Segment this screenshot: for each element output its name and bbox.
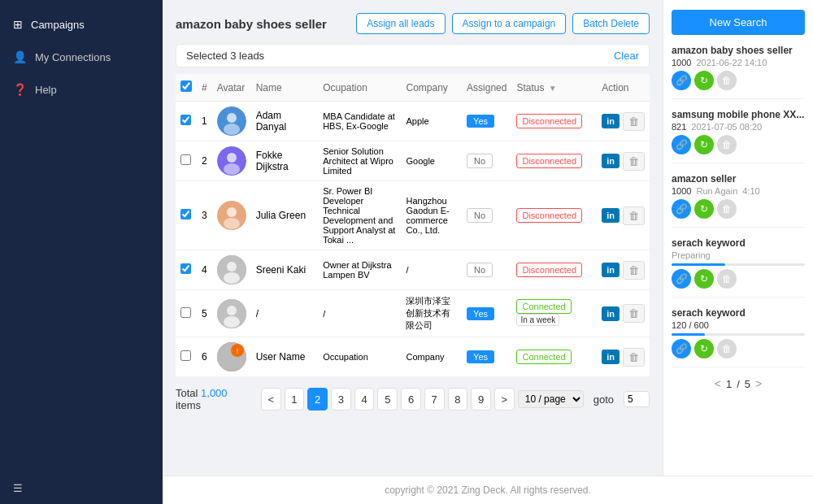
search-card-1-delete-btn[interactable]: 🗑	[717, 71, 737, 90]
batch-delete-button[interactable]: Batch Delete	[572, 13, 650, 34]
panel-next-btn[interactable]: >	[755, 377, 762, 390]
page-next-button[interactable]: >	[494, 388, 515, 411]
row-4-number: 4	[197, 250, 212, 290]
svg-point-8	[224, 218, 240, 229]
table-header: amazon baby shoes seller Assign all lead…	[176, 13, 650, 34]
sidebar-menu-toggle[interactable]: ☰	[0, 472, 163, 504]
search-card-3-delete-btn[interactable]: 🗑	[717, 199, 737, 219]
search-card-1-refresh-btn[interactable]: ↻	[694, 71, 714, 90]
row-3-checkbox[interactable]	[180, 209, 191, 219]
sidebar-item-campaigns[interactable]: ⊞ Campaigns	[0, 8, 163, 41]
search-card-5: serach keyword 120 / 600 🔗 ↻ 🗑	[672, 307, 805, 367]
row-6-linkedin-btn[interactable]: in	[602, 350, 620, 364]
page-3-button[interactable]: 3	[331, 388, 351, 411]
search-card-2-link-btn[interactable]: 🔗	[672, 135, 691, 154]
search-card-5-delete-btn[interactable]: 🗑	[717, 339, 737, 358]
table-row: 3 Julia GreenSr. Power BI Developer Tech…	[176, 181, 650, 250]
per-page-select[interactable]: 10 / page 20 / page 50 / page	[518, 390, 584, 408]
search-card-2: samsung mobile phone XX... 821 2021-07-0…	[672, 109, 805, 163]
svg-point-13	[227, 306, 237, 315]
row-4-company: /	[401, 250, 462, 290]
new-search-button[interactable]: New Search	[672, 10, 805, 35]
row-2-linkedin-btn[interactable]: in	[602, 154, 620, 168]
search-card-2-actions: 🔗 ↻ 🗑	[672, 135, 805, 154]
svg-point-10	[227, 262, 237, 272]
page-1-button[interactable]: 1	[285, 388, 305, 411]
connections-icon: 👤	[13, 50, 27, 63]
row-5-linkedin-btn[interactable]: in	[602, 306, 620, 321]
row-1-delete-btn[interactable]: 🗑	[623, 112, 645, 131]
search-card-2-refresh-btn[interactable]: ↻	[694, 135, 714, 154]
page-prev-button[interactable]: <	[261, 388, 281, 411]
search-card-2-title: samsung mobile phone XX...	[672, 109, 805, 120]
row-3-name: Julia Green	[251, 181, 318, 250]
page-8-button[interactable]: 8	[448, 388, 468, 411]
search-card-4-refresh-btn[interactable]: ↻	[694, 269, 714, 289]
row-3-delete-btn[interactable]: 🗑	[623, 206, 645, 225]
page-6-button[interactable]: 6	[401, 388, 421, 411]
select-all-checkbox[interactable]	[180, 80, 192, 92]
col-company: Company	[401, 74, 462, 102]
page-7-button[interactable]: 7	[424, 388, 445, 411]
row-3-status: Disconnected	[511, 181, 597, 250]
sidebar: ⊞ Campaigns 👤 My Connections ❓ Help ☰	[0, 0, 163, 504]
search-card-4-progress-bar	[672, 263, 725, 266]
page-4-button[interactable]: 4	[354, 388, 375, 411]
row-3-linkedin-btn[interactable]: in	[602, 208, 620, 223]
row-2-checkbox[interactable]	[180, 154, 191, 165]
svg-point-2	[224, 124, 240, 135]
row-3-avatar	[212, 181, 251, 250]
table-row: 6 ! User NameOccupationCompanyYesConnect…	[176, 337, 650, 377]
row-4-delete-btn[interactable]: 🗑	[623, 261, 645, 280]
row-4-actions: in🗑	[597, 250, 650, 290]
page-9-button[interactable]: 9	[471, 388, 491, 411]
search-card-3-refresh-btn[interactable]: ↻	[694, 199, 714, 219]
search-card-5-link-btn[interactable]: 🔗	[672, 339, 691, 358]
row-5-name: /	[251, 290, 318, 337]
content-area: amazon baby shoes seller Assign all lead…	[163, 0, 813, 476]
row-5-company: 深圳市泽宝创新技术有限公司	[401, 290, 462, 337]
total-label: Total 1,000 items	[176, 387, 251, 411]
row-1-checkbox[interactable]	[180, 115, 191, 125]
assign-all-button[interactable]: Assign all leads	[356, 13, 445, 34]
row-5-assigned: Yes	[462, 290, 511, 337]
panel-prev-btn[interactable]: <	[715, 377, 721, 390]
search-card-1-link-btn[interactable]: 🔗	[672, 71, 691, 90]
row-6-number: 6	[197, 337, 212, 377]
clear-selection-link[interactable]: Clear	[614, 50, 639, 62]
search-card-4-link-btn[interactable]: 🔗	[672, 269, 691, 289]
svg-point-1	[227, 113, 237, 123]
row-6-delete-btn[interactable]: 🗑	[623, 348, 645, 367]
sidebar-item-connections[interactable]: 👤 My Connections	[0, 41, 163, 73]
col-occupation: Ocupation	[318, 74, 401, 102]
search-card-5-meta: 120 / 600	[672, 320, 805, 330]
goto-input[interactable]	[624, 391, 650, 407]
search-card-2-delete-btn[interactable]: 🗑	[717, 135, 737, 154]
selection-bar: Selected 3 leads Clear	[176, 44, 650, 67]
search-card-5-refresh-btn[interactable]: ↻	[694, 339, 714, 358]
search-card-3-title: amazon seller	[672, 173, 805, 185]
assign-campaign-button[interactable]: Assign to a campaign	[452, 13, 567, 34]
search-card-1-actions: 🔗 ↻ 🗑	[672, 71, 805, 90]
row-5-number: 5	[197, 290, 212, 337]
row-2-delete-btn[interactable]: 🗑	[623, 152, 645, 171]
row-4-checkbox[interactable]	[180, 263, 191, 274]
row-5-status: ConnectedIn a week	[511, 290, 597, 337]
row-6-occupation: Occupation	[318, 337, 401, 377]
row-5-checkbox[interactable]	[180, 307, 191, 318]
page-5-button[interactable]: 5	[377, 388, 398, 411]
panel-pagination: < 1 / 5 >	[672, 377, 805, 390]
page-2-button[interactable]: 2	[307, 388, 328, 411]
search-card-4-delete-btn[interactable]: 🗑	[717, 269, 737, 289]
search-card-3-link-btn[interactable]: 🔗	[672, 199, 691, 219]
row-1-linkedin-btn[interactable]: in	[602, 114, 620, 128]
row-6-assigned: Yes	[462, 337, 511, 377]
selection-text: Selected 3 leads	[186, 50, 264, 62]
sidebar-item-help[interactable]: ❓ Help	[0, 73, 163, 106]
row-5-delete-btn[interactable]: 🗑	[623, 304, 645, 323]
row-6-checkbox[interactable]	[180, 350, 191, 361]
row-3-number: 3	[197, 181, 212, 250]
search-card-5-actions: 🔗 ↻ 🗑	[672, 339, 805, 358]
pagination: Total 1,000 items < 1 2 3 4 5 6 7 8 9 > …	[176, 387, 650, 411]
row-4-linkedin-btn[interactable]: in	[602, 263, 620, 277]
